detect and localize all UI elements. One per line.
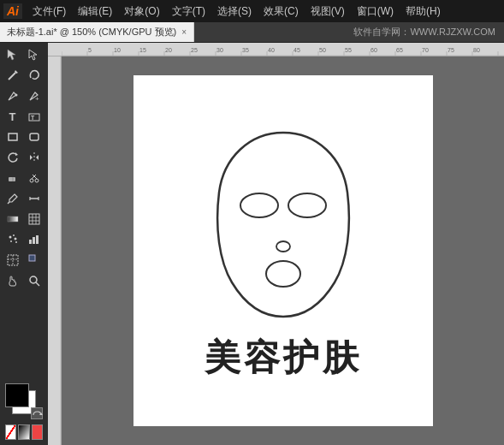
canvas-content: 美容护肤 <box>62 56 504 445</box>
menu-text[interactable]: 文字(T) <box>167 3 210 21</box>
svg-text:10: 10 <box>114 47 121 53</box>
menu-effect[interactable]: 效果(C) <box>258 3 304 21</box>
menu-bar: 文件(F) 编辑(E) 对象(O) 文字(T) 选择(S) 效果(C) 视图(V… <box>27 3 446 21</box>
svg-text:70: 70 <box>422 47 429 53</box>
svg-text:55: 55 <box>345 47 352 53</box>
color-area <box>2 380 46 443</box>
direct-select-tool[interactable] <box>23 44 44 65</box>
tool-group-rotate <box>2 147 44 168</box>
svg-text:25: 25 <box>191 47 198 53</box>
canvas-area: 5 10 15 20 25 30 35 40 45 <box>48 43 504 445</box>
horizontal-ruler: 5 10 15 20 25 30 35 40 45 <box>48 43 504 56</box>
svg-marker-12 <box>30 155 33 160</box>
artwork-text: 美容护肤 <box>205 334 362 382</box>
reset-colors-icon[interactable] <box>31 407 43 419</box>
tool-group-eyedropper <box>2 188 44 209</box>
svg-text:35: 35 <box>242 47 249 53</box>
svg-line-18 <box>32 175 36 179</box>
svg-rect-36 <box>33 237 35 244</box>
artboard: 美容护肤 <box>133 75 433 426</box>
svg-text:20: 20 <box>165 47 172 53</box>
color-swatches[interactable] <box>5 383 43 421</box>
tool-group-symbol <box>2 229 44 250</box>
tool-group-slice <box>2 250 44 270</box>
svg-point-42 <box>30 276 37 283</box>
svg-line-2 <box>9 73 15 80</box>
svg-rect-37 <box>36 235 39 244</box>
menu-help[interactable]: 帮助(H) <box>400 3 446 21</box>
select-tool[interactable] <box>2 44 23 65</box>
area-type-tool[interactable]: T <box>23 106 44 127</box>
tool-group-shape <box>2 127 44 147</box>
menu-window[interactable]: 窗口(W) <box>352 3 399 21</box>
type-tool[interactable]: T <box>2 106 23 127</box>
svg-point-83 <box>276 241 290 252</box>
svg-point-34 <box>15 241 17 243</box>
magic-wand-tool[interactable] <box>2 65 23 86</box>
scissors-tool[interactable] <box>23 168 44 188</box>
svg-point-16 <box>30 179 33 182</box>
svg-marker-10 <box>15 152 18 156</box>
vertical-ruler <box>48 56 62 445</box>
menu-select[interactable]: 选择(S) <box>212 3 257 21</box>
tab-bar: 未标题-1.ai* @ 150% (CMYK/GPU 预览) × 软件自学网：W… <box>0 22 504 43</box>
svg-text:45: 45 <box>294 47 300 53</box>
svg-text:40: 40 <box>268 47 275 53</box>
column-graph-tool[interactable] <box>23 229 44 250</box>
svg-text:75: 75 <box>448 47 454 53</box>
zoom-tool[interactable] <box>23 270 44 291</box>
svg-text:+: + <box>35 95 39 102</box>
menu-file[interactable]: 文件(F) <box>27 3 71 21</box>
website-label: 软件自学网：WWW.RJZXW.COM <box>345 26 504 39</box>
document-tab[interactable]: 未标题-1.ai* @ 150% (CMYK/GPU 预览) × <box>0 22 194 42</box>
svg-rect-8 <box>9 134 17 140</box>
svg-point-81 <box>240 193 278 217</box>
menu-view[interactable]: 视图(V) <box>305 3 350 21</box>
menu-edit[interactable]: 编辑(E) <box>73 3 117 21</box>
svg-text:30: 30 <box>216 47 223 53</box>
svg-point-4 <box>15 94 17 97</box>
svg-marker-1 <box>29 50 37 60</box>
svg-text:T: T <box>31 115 35 121</box>
measure-tool[interactable] <box>23 188 44 209</box>
svg-rect-14 <box>9 177 15 181</box>
tool-group-pen: + <box>2 86 44 106</box>
pattern-swatch[interactable] <box>32 424 43 440</box>
small-swatches <box>5 424 43 440</box>
slice-tool[interactable] <box>2 250 23 270</box>
svg-text:5: 5 <box>88 47 92 53</box>
svg-line-19 <box>33 175 37 179</box>
svg-rect-35 <box>29 240 32 244</box>
add-anchor-tool[interactable]: + <box>23 86 44 106</box>
eyedropper-tool[interactable] <box>2 188 23 209</box>
pen-tool[interactable] <box>2 86 23 106</box>
reflect-tool[interactable] <box>23 147 44 168</box>
tool-group-type: T T <box>2 106 44 127</box>
face-mask-svg <box>198 120 369 325</box>
lasso-tool[interactable] <box>23 65 44 86</box>
rotate-tool[interactable] <box>2 147 23 168</box>
eraser-tool[interactable] <box>2 168 23 188</box>
slice-select-tool[interactable] <box>23 250 44 270</box>
hand-tool[interactable] <box>2 270 23 291</box>
symbol-sprayer-tool[interactable] <box>2 229 23 250</box>
svg-marker-13 <box>36 155 39 160</box>
tool-group-magic <box>2 65 44 86</box>
svg-point-17 <box>35 179 39 182</box>
mesh-tool[interactable] <box>23 209 44 229</box>
menu-object[interactable]: 对象(O) <box>119 3 164 21</box>
foreground-color-swatch[interactable] <box>5 383 29 407</box>
main-area: + T T <box>0 43 504 445</box>
gradient-swatch[interactable] <box>18 424 29 440</box>
rectangle-tool[interactable] <box>2 127 23 147</box>
title-bar: Ai 文件(F) 编辑(E) 对象(O) 文字(T) 选择(S) 效果(C) 视… <box>0 0 504 22</box>
none-swatch[interactable] <box>5 424 16 440</box>
svg-line-43 <box>36 282 39 286</box>
rounded-rect-tool[interactable] <box>23 127 44 147</box>
svg-line-20 <box>8 202 9 204</box>
tool-group-eraser <box>2 168 44 188</box>
tab-close-button[interactable]: × <box>181 27 187 37</box>
svg-rect-25 <box>29 214 39 224</box>
gradient-tool[interactable] <box>2 209 23 229</box>
svg-point-84 <box>266 261 300 287</box>
